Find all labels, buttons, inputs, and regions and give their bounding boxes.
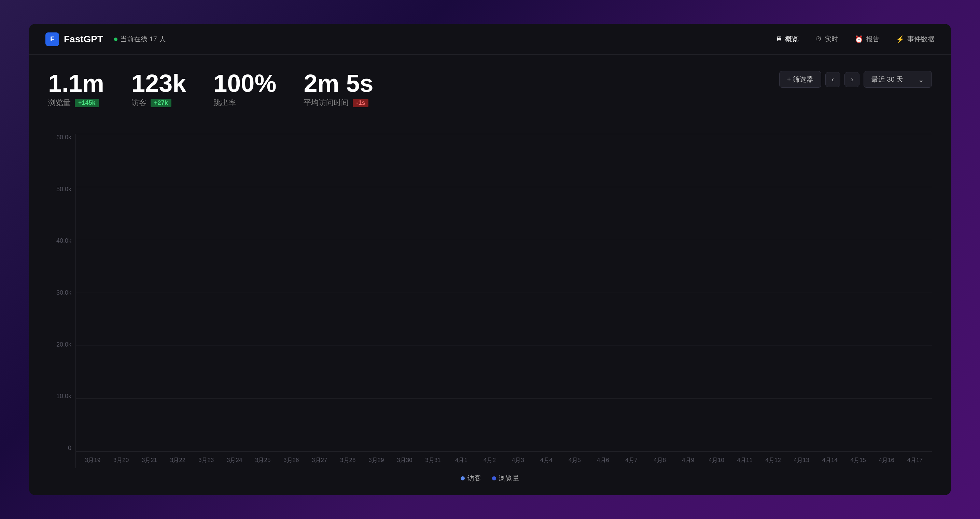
x-axis-label: 4月6 [589,456,617,464]
x-axis-label: 4月10 [702,456,731,464]
legend-pageviews-dot [492,476,496,481]
x-axis-label: 3月27 [305,456,334,464]
y-axis-label: 30.0k [48,289,75,296]
y-axis: 010.0k20.0k30.0k40.0k50.0k60.0k [48,134,75,468]
stat-avgtime-badge: -1s [353,99,368,107]
stat-bounce: 100% 跳出率 [213,71,276,108]
prev-arrow-button[interactable]: ‹ [825,72,840,87]
x-axis-label: 4月17 [901,456,929,464]
x-axis-label: 3月21 [135,456,164,464]
x-axis-label: 4月5 [561,456,589,464]
x-axis-label: 4月15 [844,456,872,464]
stat-bounce-label-row: 跳出率 [213,98,276,108]
x-axis-label: 3月25 [248,456,277,464]
date-range-label: 最近 30 天 [872,75,903,84]
x-axis-label: 3月28 [334,456,362,464]
stat-avgtime-label-row: 平均访问时间 -1s [304,98,373,108]
chart-grid: 010.0k20.0k30.0k40.0k50.0k60.0k 3月193月20… [48,134,932,468]
x-axis-label: 3月29 [362,456,390,464]
report-icon: ⏰ [855,35,863,43]
chart-inner: 3月193月203月213月223月233月243月253月263月273月28… [75,134,932,468]
stats-row: 1.1m 浏览量 +145k 123k 访客 +27k 100% [48,71,374,108]
x-axis-label: 4月9 [674,456,702,464]
date-range-selector[interactable]: 最近 30 天 ⌄ [864,71,932,88]
main-content: 1.1m 浏览量 +145k 123k 访客 +27k 100% [29,55,951,495]
x-axis-label: 3月23 [192,456,220,464]
x-axis-label: 4月11 [731,456,759,464]
x-axis: 3月193月203月213月223月233月243月253月263月273月28… [76,452,932,468]
stat-bounce-value: 100% [213,71,276,96]
nav-report[interactable]: ⏰ 报告 [855,35,880,44]
bars-container [76,134,932,452]
events-icon: ⚡ [896,35,905,43]
legend-pageviews: 浏览量 [492,474,519,483]
header-nav: 🖥 概览 ⏱ 实时 ⏰ 报告 ⚡ 事件数据 [775,35,935,44]
y-axis-label: 0 [48,444,75,452]
stat-avgtime: 2m 5s 平均访问时间 -1s [304,71,373,108]
online-text: 当前在线 17 人 [120,35,165,44]
legend-pageviews-label: 浏览量 [499,474,519,483]
stat-avgtime-value: 2m 5s [304,71,373,96]
online-badge: 当前在线 17 人 [114,35,165,44]
clock-icon: ⏱ [815,35,822,43]
x-axis-label: 4月4 [532,456,561,464]
next-arrow-button[interactable]: › [845,72,859,87]
stat-pageviews-label-row: 浏览量 +145k [48,98,104,108]
x-axis-label: 4月3 [504,456,532,464]
online-dot [114,38,118,41]
x-axis-label: 3月24 [220,456,248,464]
stat-pageviews-badge: +145k [75,99,99,107]
stat-pageviews-value: 1.1m [48,71,104,96]
x-axis-label: 4月12 [759,456,788,464]
x-axis-label: 4月13 [788,456,816,464]
x-axis-label: 3月22 [164,456,192,464]
x-axis-label: 4月14 [816,456,844,464]
stat-avgtime-label: 平均访问时间 [304,98,348,108]
logo-icon: F [45,32,59,46]
stat-pageviews: 1.1m 浏览量 +145k [48,71,104,108]
logo-area: F FastGPT [45,32,103,46]
x-axis-label: 3月19 [78,456,107,464]
stat-visitors-badge: +27k [151,99,172,107]
chevron-left-icon: ‹ [832,75,834,83]
x-axis-label: 4月7 [617,456,646,464]
y-axis-label: 10.0k [48,393,75,400]
legend-visitors-label: 访客 [468,474,481,483]
main-window: F FastGPT 当前在线 17 人 🖥 概览 ⏱ 实时 ⏰ 报告 ⚡ 事件数… [29,24,951,495]
nav-overview-label: 概览 [785,35,799,44]
y-axis-label: 20.0k [48,341,75,348]
legend: 访客 浏览量 [48,468,932,484]
x-axis-label: 3月26 [277,456,305,464]
nav-realtime[interactable]: ⏱ 实时 [815,35,838,44]
x-axis-label: 4月1 [447,456,475,464]
controls: + 筛选器 ‹ › 最近 30 天 ⌄ [779,71,932,88]
x-axis-label: 3月30 [390,456,418,464]
chart-area: 010.0k20.0k30.0k40.0k50.0k60.0k 3月193月20… [48,134,932,484]
filter-label: + 筛选器 [787,75,813,84]
x-axis-label: 3月20 [107,456,135,464]
nav-events-label: 事件数据 [907,35,935,44]
stat-visitors-value: 123k [132,71,186,96]
stat-pageviews-label: 浏览量 [48,98,71,108]
x-axis-label: 4月8 [646,456,674,464]
nav-events[interactable]: ⚡ 事件数据 [896,35,935,44]
y-axis-label: 50.0k [48,186,75,193]
legend-visitors-dot [461,476,465,481]
x-axis-label: 4月16 [872,456,901,464]
y-axis-label: 60.0k [48,134,75,141]
chevron-right-icon: › [851,75,853,83]
stat-visitors-label: 访客 [132,98,146,108]
chevron-down-icon: ⌄ [918,75,924,84]
y-axis-label: 40.0k [48,237,75,245]
stat-visitors: 123k 访客 +27k [132,71,186,108]
header: F FastGPT 当前在线 17 人 🖥 概览 ⏱ 实时 ⏰ 报告 ⚡ 事件数… [29,24,951,55]
x-axis-label: 3月31 [418,456,447,464]
nav-realtime-label: 实时 [825,35,838,44]
legend-visitors: 访客 [461,474,481,483]
stat-visitors-label-row: 访客 +27k [132,98,186,108]
filter-button[interactable]: + 筛选器 [779,71,821,88]
x-axis-label: 4月2 [475,456,504,464]
monitor-icon: 🖥 [775,35,782,43]
nav-overview[interactable]: 🖥 概览 [775,35,799,44]
logo-text: FastGPT [64,34,103,45]
